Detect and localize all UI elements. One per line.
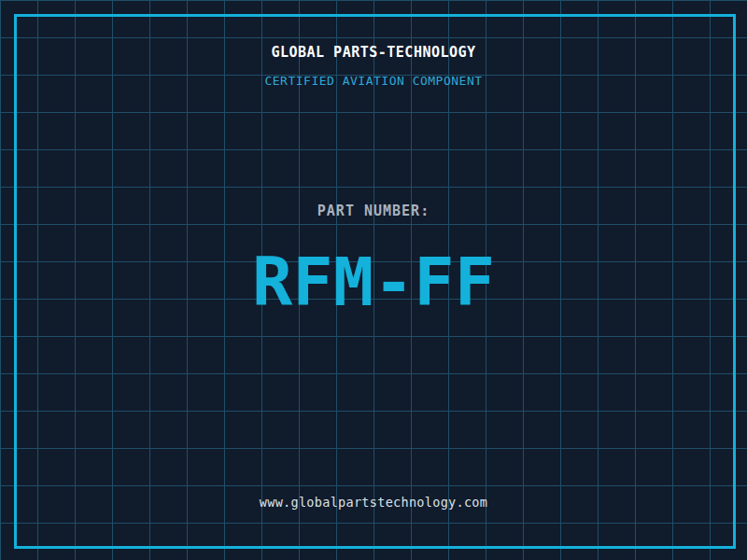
website-url: www.globalpartstechnology.com [0,495,747,510]
certified-subtitle: CERTIFIED AVIATION COMPONENT [0,74,747,88]
part-number-label: PART NUMBER: [0,203,747,219]
part-certificate-screen: GLOBAL PARTS-TECHNOLOGY CERTIFIED AVIATI… [0,0,747,560]
company-title: GLOBAL PARTS-TECHNOLOGY [0,44,747,61]
part-number-value: RFM-FF [0,248,747,315]
